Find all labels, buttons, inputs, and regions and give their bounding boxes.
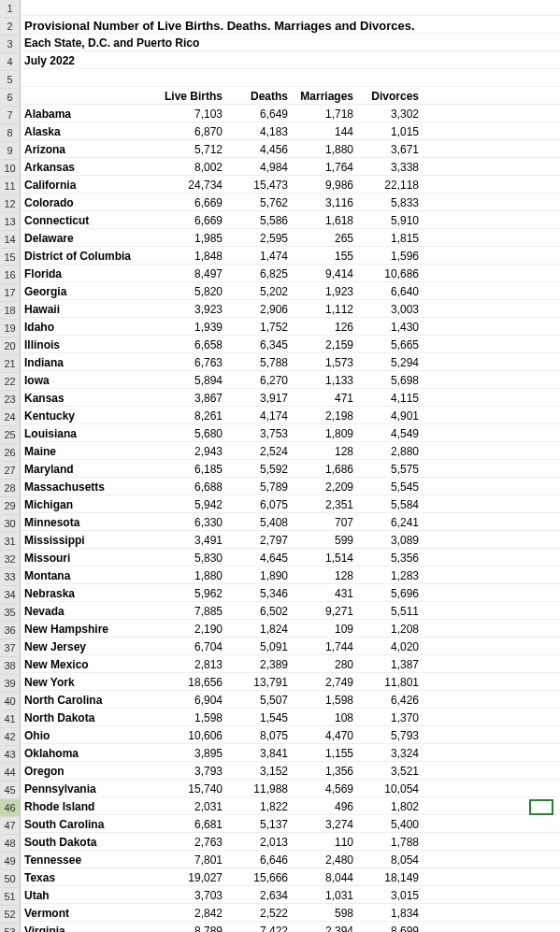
state-cell[interactable]: Delaware	[21, 231, 161, 247]
state-cell[interactable]: Mississippi	[21, 533, 161, 549]
marriages-cell[interactable]: 128	[292, 444, 357, 460]
empty-cell[interactable]	[423, 835, 560, 851]
column-header[interactable]: Marriages	[292, 89, 357, 105]
state-cell[interactable]: District of Columbia	[21, 249, 161, 265]
marriages-cell[interactable]: 109	[292, 622, 357, 638]
empty-cell[interactable]	[423, 355, 560, 371]
row-number[interactable]: 28	[0, 480, 21, 497]
divorces-cell[interactable]: 1,430	[357, 320, 423, 336]
divorces-cell[interactable]: 1,834	[357, 906, 423, 922]
column-header[interactable]: Deaths	[226, 89, 292, 105]
row-number[interactable]: 45	[0, 781, 21, 799]
deaths-cell[interactable]: 3,917	[226, 391, 292, 407]
live-births-cell[interactable]: 3,793	[161, 764, 226, 780]
live-births-cell[interactable]: 2,943	[161, 444, 226, 460]
empty-cell[interactable]	[423, 195, 560, 211]
divorces-cell[interactable]: 4,901	[357, 409, 423, 424]
deaths-cell[interactable]: 5,762	[226, 195, 292, 211]
row-number[interactable]: 30	[0, 515, 21, 533]
marriages-cell[interactable]: 2,351	[292, 497, 357, 513]
empty-cell[interactable]	[21, 71, 560, 87]
deaths-cell[interactable]: 6,825	[226, 266, 292, 282]
marriages-cell[interactable]: 471	[292, 391, 357, 407]
row-number[interactable]: 25	[0, 426, 21, 444]
state-cell[interactable]: Louisiana	[21, 426, 161, 442]
deaths-cell[interactable]: 11,988	[226, 781, 292, 797]
state-cell[interactable]: Pennsylvania	[21, 781, 161, 797]
row-number[interactable]: 37	[0, 639, 21, 657]
divorces-cell[interactable]: 5,793	[357, 728, 423, 744]
divorces-cell[interactable]: 3,338	[357, 160, 423, 176]
row-number[interactable]: 46	[0, 799, 21, 817]
live-births-cell[interactable]: 2,031	[161, 799, 226, 815]
divorces-cell[interactable]: 5,910	[357, 213, 423, 229]
row-number[interactable]: 4	[0, 53, 21, 71]
live-births-cell[interactable]: 2,842	[161, 906, 226, 922]
state-cell[interactable]: South Carolina	[21, 817, 161, 833]
marriages-cell[interactable]: 707	[292, 515, 357, 531]
live-births-cell[interactable]: 8,497	[161, 266, 226, 282]
row-number[interactable]: 19	[0, 320, 21, 337]
empty-cell[interactable]	[423, 160, 560, 176]
deaths-cell[interactable]: 2,595	[226, 231, 292, 247]
state-cell[interactable]: Iowa	[21, 373, 161, 389]
live-births-cell[interactable]: 5,962	[161, 586, 226, 602]
empty-cell[interactable]	[423, 888, 560, 904]
deaths-cell[interactable]: 1,545	[226, 710, 292, 726]
live-births-cell[interactable]: 1,985	[161, 231, 226, 247]
empty-cell[interactable]	[423, 178, 560, 194]
divorces-cell[interactable]: 1,370	[357, 710, 423, 726]
row-number[interactable]: 14	[0, 231, 21, 249]
empty-cell[interactable]	[423, 373, 560, 389]
deaths-cell[interactable]: 1,824	[226, 622, 292, 638]
deaths-cell[interactable]: 5,091	[226, 639, 292, 655]
row-number[interactable]: 35	[0, 604, 21, 622]
divorces-cell[interactable]: 4,020	[357, 639, 423, 655]
state-cell[interactable]: New Jersey	[21, 639, 161, 655]
marriages-cell[interactable]: 431	[292, 586, 357, 602]
row-number[interactable]: 20	[0, 337, 21, 355]
live-births-cell[interactable]: 5,680	[161, 426, 226, 442]
live-births-cell[interactable]: 1,598	[161, 710, 226, 726]
deaths-cell[interactable]: 1,822	[226, 799, 292, 815]
empty-cell[interactable]	[423, 426, 560, 442]
empty-cell[interactable]	[423, 710, 560, 726]
live-births-cell[interactable]: 6,330	[161, 515, 226, 531]
state-cell[interactable]: Kentucky	[21, 409, 161, 424]
live-births-cell[interactable]: 6,870	[161, 124, 226, 140]
state-cell[interactable]: Illinois	[21, 337, 161, 353]
divorces-cell[interactable]: 1,015	[357, 124, 423, 140]
deaths-cell[interactable]: 2,906	[226, 302, 292, 318]
row-number[interactable]: 18	[0, 302, 21, 320]
deaths-cell[interactable]: 5,586	[226, 213, 292, 229]
marriages-cell[interactable]: 3,274	[292, 817, 357, 833]
empty-cell[interactable]	[423, 337, 560, 353]
divorces-cell[interactable]: 10,054	[357, 781, 423, 797]
deaths-cell[interactable]: 2,013	[226, 835, 292, 851]
deaths-cell[interactable]: 5,592	[226, 462, 292, 478]
divorces-cell[interactable]: 11,801	[357, 675, 423, 691]
divorces-cell[interactable]: 5,294	[357, 355, 423, 371]
live-births-cell[interactable]: 3,703	[161, 888, 226, 904]
empty-cell[interactable]	[423, 781, 560, 797]
row-number[interactable]: 47	[0, 817, 21, 835]
row-number[interactable]: 21	[0, 355, 21, 373]
row-number[interactable]: 7	[0, 107, 21, 124]
row-number[interactable]: 15	[0, 249, 21, 266]
state-cell[interactable]: Alabama	[21, 107, 161, 122]
marriages-cell[interactable]: 128	[292, 568, 357, 584]
row-number[interactable]: 33	[0, 568, 21, 586]
row-number[interactable]: 22	[0, 373, 21, 391]
deaths-cell[interactable]: 6,649	[226, 107, 292, 122]
deaths-cell[interactable]: 15,473	[226, 178, 292, 194]
state-cell[interactable]: Connecticut	[21, 213, 161, 229]
divorces-cell[interactable]: 3,302	[357, 107, 423, 122]
marriages-cell[interactable]: 1,133	[292, 373, 357, 389]
marriages-cell[interactable]: 2,159	[292, 337, 357, 353]
empty-cell[interactable]	[423, 266, 560, 282]
marriages-cell[interactable]: 2,209	[292, 480, 357, 495]
divorces-cell[interactable]: 3,003	[357, 302, 423, 318]
live-births-cell[interactable]: 2,190	[161, 622, 226, 638]
row-number[interactable]: 23	[0, 391, 21, 409]
deaths-cell[interactable]: 5,137	[226, 817, 292, 833]
